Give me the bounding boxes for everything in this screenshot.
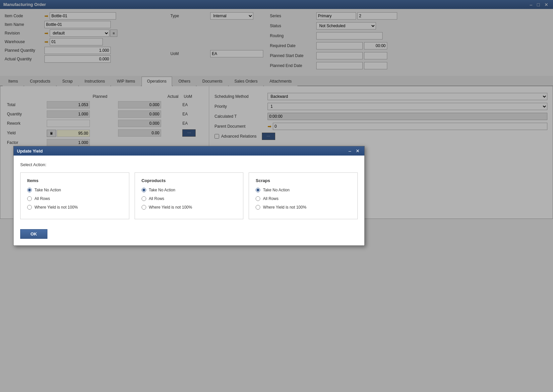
coproducts-all-rows-radio[interactable] <box>142 196 146 201</box>
scraps-all-rows-option[interactable]: All Rows <box>256 196 351 201</box>
items-where-yield-radio[interactable] <box>27 205 32 210</box>
coproducts-all-rows-label: All Rows <box>149 196 164 201</box>
update-yield-modal: Update Yield – ✕ Select Action: Items Ta… <box>13 146 365 246</box>
modal-close-button[interactable]: ✕ <box>354 148 361 154</box>
modal-group-items-title: Items <box>27 178 122 183</box>
scraps-all-rows-label: All Rows <box>263 196 278 201</box>
coproducts-take-no-action-radio[interactable] <box>142 188 146 192</box>
modal-title-bar: Update Yield – ✕ <box>14 146 364 156</box>
coproducts-where-yield-radio[interactable] <box>142 205 146 210</box>
modal-group-items: Items Take No Action All Rows Where Yiel… <box>20 172 129 219</box>
coproducts-where-yield-option[interactable]: Where Yield is not 100% <box>142 205 237 210</box>
coproducts-all-rows-option[interactable]: All Rows <box>142 196 237 201</box>
modal-body: Select Action: Items Take No Action All … <box>14 156 364 245</box>
scraps-where-yield-label: Where Yield is not 100% <box>263 205 306 210</box>
scraps-where-yield-radio[interactable] <box>256 205 260 210</box>
coproducts-where-yield-label: Where Yield is not 100% <box>149 205 192 210</box>
items-all-rows-option[interactable]: All Rows <box>27 196 122 201</box>
items-all-rows-label: All Rows <box>34 196 50 201</box>
modal-title-controls: – ✕ <box>347 148 361 154</box>
scraps-take-no-action-option[interactable]: Take No Action <box>256 188 351 192</box>
modal-minimize-button[interactable]: – <box>347 148 352 154</box>
scraps-all-rows-radio[interactable] <box>256 196 260 201</box>
modal-group-coproducts-title: Coproducts <box>142 178 237 183</box>
items-where-yield-option[interactable]: Where Yield is not 100% <box>27 205 122 210</box>
scraps-take-no-action-radio[interactable] <box>256 188 260 192</box>
modal-title: Update Yield <box>17 149 43 154</box>
modal-group-coproducts: Coproducts Take No Action All Rows Where… <box>135 172 244 219</box>
items-take-no-action-label: Take No Action <box>34 188 61 192</box>
select-action-label: Select Action: <box>20 162 358 167</box>
items-all-rows-radio[interactable] <box>27 196 32 201</box>
modal-group-scraps: Scraps Take No Action All Rows Where Yie… <box>249 172 358 219</box>
items-take-no-action-radio[interactable] <box>27 188 32 192</box>
main-window: Manufacturing Order – □ ✕ Item Code ➡ It… <box>0 0 553 392</box>
ok-button[interactable]: OK <box>20 229 47 239</box>
modal-groups: Items Take No Action All Rows Where Yiel… <box>20 172 358 219</box>
modal-group-scraps-title: Scraps <box>256 178 351 183</box>
items-take-no-action-option[interactable]: Take No Action <box>27 188 122 192</box>
coproducts-take-no-action-option[interactable]: Take No Action <box>142 188 237 192</box>
scraps-where-yield-option[interactable]: Where Yield is not 100% <box>256 205 351 210</box>
coproducts-take-no-action-label: Take No Action <box>149 188 175 192</box>
scraps-take-no-action-label: Take No Action <box>263 188 289 192</box>
items-where-yield-label: Where Yield is not 100% <box>34 205 78 210</box>
